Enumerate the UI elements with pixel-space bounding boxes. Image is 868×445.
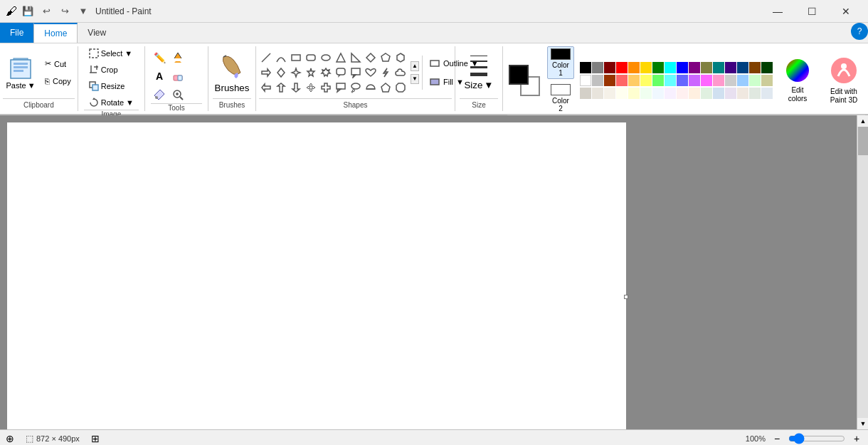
select-button[interactable]: Select ▼ (84, 46, 139, 61)
fill-tool[interactable] (169, 49, 186, 66)
scroll-down-button[interactable]: ▼ (857, 418, 868, 429)
swatch-r3c11[interactable] (701, 88, 712, 99)
zoom-tool[interactable] (169, 86, 186, 103)
swatch-lightyellow[interactable] (640, 75, 652, 86)
zoom-in-button[interactable]: + (851, 433, 862, 444)
shape-callout-round[interactable] (334, 66, 348, 80)
swatch-r3c2[interactable] (592, 88, 603, 99)
shape-semicircle[interactable] (364, 80, 378, 95)
shape-arrow-down[interactable] (289, 80, 303, 95)
edit-colors-button[interactable]: Editcolors (778, 56, 817, 105)
shape-cross[interactable] (319, 80, 333, 95)
shape-arrow-left[interactable] (259, 80, 273, 95)
pencil-tool[interactable]: ✏️ (151, 49, 168, 66)
swatch-cyan[interactable] (665, 62, 676, 73)
swatch-skyblue[interactable] (737, 75, 748, 86)
new-window-button[interactable]: ⊕ (6, 433, 14, 444)
zoom-out-button[interactable]: − (771, 433, 783, 444)
swatch-olive[interactable] (701, 62, 712, 73)
color-picker-tool[interactable] (151, 86, 168, 103)
shape-pentagon2[interactable] (379, 80, 393, 95)
resize-button[interactable]: Resize (84, 79, 139, 93)
shape-cloud[interactable] (393, 66, 408, 80)
swatch-r3c12[interactable] (713, 88, 724, 99)
shape-heart[interactable] (364, 66, 378, 80)
swatch-r3c15[interactable] (749, 88, 761, 99)
close-button[interactable]: ✕ (830, 0, 862, 23)
shape-diamond[interactable] (364, 51, 378, 65)
swatch-yellow[interactable] (640, 62, 652, 73)
swatch-r3c3[interactable] (604, 88, 615, 99)
undo-button[interactable]: ↩ (38, 4, 54, 19)
tab-file[interactable]: File (0, 23, 33, 43)
color1-swatch[interactable] (509, 65, 529, 85)
swatch-lightcyan[interactable] (665, 75, 676, 86)
shape-speech-rect[interactable] (334, 80, 348, 95)
swatch-darkred[interactable] (604, 62, 615, 73)
shape-rounded-rect[interactable] (304, 51, 318, 65)
shape-speech-cloud[interactable] (349, 80, 363, 95)
swatch-white[interactable] (580, 75, 591, 86)
swatch-lightgreen[interactable] (652, 75, 664, 86)
shape-pentagon[interactable] (379, 51, 393, 65)
crop-button[interactable]: Crop (84, 63, 139, 77)
shapes-scroll-up[interactable]: ▲ (411, 61, 419, 71)
scrollbar-vertical[interactable]: ▲ ▼ (857, 115, 868, 429)
swatch-r3c14[interactable] (737, 88, 748, 99)
swatch-r3c13[interactable] (725, 88, 736, 99)
swatch-mintgreen[interactable] (749, 75, 761, 86)
brushes-button[interactable]: Brushes (213, 48, 251, 98)
cut-button[interactable]: ✂ Cut (41, 56, 75, 72)
scroll-thumb[interactable] (858, 127, 868, 155)
swatch-lightred[interactable] (616, 75, 628, 86)
swatch-rust[interactable] (604, 75, 615, 86)
minimize-button[interactable]: — (761, 0, 794, 23)
edit-paint3d-button[interactable]: Edit withPaint 3D (822, 56, 865, 105)
shape-right-triangle[interactable] (349, 51, 363, 65)
swatch-r3c1[interactable] (580, 88, 591, 99)
swatch-teal[interactable] (713, 62, 724, 73)
swatch-black[interactable] (580, 62, 591, 73)
tab-view[interactable]: View (78, 23, 116, 43)
swatch-r3c4[interactable] (616, 88, 628, 99)
swatch-lightblue[interactable] (677, 75, 688, 86)
swatch-lightgray[interactable] (725, 75, 736, 86)
canvas-container[interactable] (0, 115, 857, 429)
scroll-up-button[interactable]: ▲ (857, 115, 868, 127)
shape-rect[interactable] (289, 51, 303, 65)
swatch-navy[interactable] (737, 62, 748, 73)
swatch-brown[interactable] (749, 62, 761, 73)
canvas[interactable] (7, 122, 626, 429)
swatch-tan[interactable] (761, 75, 773, 86)
copy-button[interactable]: ⎘ Copy (41, 73, 75, 89)
swatch-indigo[interactable] (725, 62, 736, 73)
shape-rhombus[interactable] (274, 66, 288, 80)
shape-star6[interactable] (319, 66, 333, 80)
shape-curve[interactable] (274, 51, 288, 65)
shape-arrow-up[interactable] (274, 80, 288, 95)
swatch-r3c9[interactable] (677, 88, 688, 99)
color1-selector[interactable]: Color 1 (547, 46, 574, 79)
eraser-tool[interactable] (169, 68, 186, 85)
swatch-r3c16[interactable] (761, 88, 773, 99)
shape-arrow-right[interactable] (259, 66, 273, 80)
zoom-slider[interactable] (788, 433, 845, 444)
resize-handle-rc[interactable] (624, 295, 628, 299)
swatch-purple[interactable] (689, 62, 700, 73)
help-button[interactable]: ? (851, 23, 868, 40)
maximize-button[interactable]: ☐ (795, 0, 828, 23)
swatch-pink[interactable] (701, 75, 712, 86)
shape-callout-rect[interactable] (349, 66, 363, 80)
swatch-blue[interactable] (677, 62, 688, 73)
shape-star5[interactable] (304, 66, 318, 80)
shape-triangle[interactable] (334, 51, 348, 65)
swatch-silver[interactable] (592, 75, 603, 86)
swatch-r3c7[interactable] (652, 88, 664, 99)
redo-button[interactable]: ↪ (57, 4, 73, 19)
scroll-track[interactable] (857, 127, 868, 418)
swatch-darkgreen[interactable] (761, 62, 773, 73)
swatch-green[interactable] (652, 62, 664, 73)
swatch-r3c5[interactable] (628, 88, 640, 99)
shape-hexagon[interactable] (393, 51, 408, 65)
shape-lightning[interactable] (379, 66, 393, 80)
